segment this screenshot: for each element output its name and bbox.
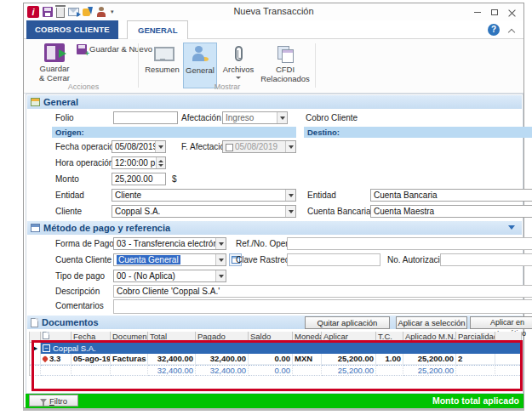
clave-rastreo-input[interactable]: [287, 253, 380, 266]
cell-total[interactable]: 32,400.00: [148, 354, 196, 365]
send-email-icon[interactable]: [68, 8, 79, 16]
col-fecha[interactable]: Fecha: [72, 332, 111, 343]
cell-pagado[interactable]: 32,400.00: [196, 354, 249, 365]
status-bar: Filtro Monto total aplicado: [26, 394, 523, 408]
caret-down-icon[interactable]: [285, 141, 295, 152]
cell-saldo[interactable]: 0.00: [249, 354, 293, 365]
entidad-destino-select[interactable]: Cuenta Bancaria: [370, 189, 532, 202]
ribbon: Guardar & Cerrar Guardar & Nuevo Accione…: [24, 39, 523, 94]
close-button[interactable]: [503, 3, 520, 20]
qat-menu-caret-icon[interactable]: ▾: [111, 8, 114, 16]
minimize-button[interactable]: [469, 3, 486, 20]
origen-band: Origen:: [52, 127, 296, 138]
group-label-mostrar: Mostrar: [143, 82, 312, 91]
cliente-select[interactable]: Coppal S.A.: [112, 205, 296, 218]
col-pagado[interactable]: Pagado: [196, 332, 249, 343]
section-collapse-caret-icon[interactable]: [508, 225, 515, 230]
fecha-operacion-label: Fecha operación: [55, 140, 119, 153]
afectacion-select[interactable]: Ingreso: [222, 111, 288, 124]
folio-label: Folio: [55, 111, 74, 124]
descripcion-input[interactable]: Cobro Cliente 'Coppal S.A.': [113, 285, 532, 298]
col-aplicado-mn[interactable]: Aplicado M.N.: [403, 332, 456, 343]
help-button[interactable]: ?: [488, 24, 500, 36]
col-aplicar[interactable]: Aplicar: [322, 332, 376, 343]
ribbon-separator: [138, 43, 139, 88]
comentarios-textarea[interactable]: [113, 299, 532, 314]
ref-no-oper-input[interactable]: [287, 237, 532, 250]
forma-de-pago-select[interactable]: 03 - Transferencia electrónica d: [113, 237, 226, 250]
ref-no-oper-label: Ref./No. Oper.: [236, 237, 290, 250]
sum-pagado: 32,400.00: [196, 365, 249, 376]
resumen-label: Resumen: [145, 65, 180, 75]
cell-num: 3.3: [41, 354, 72, 365]
sum-aplicar: 25,200.00: [322, 365, 376, 376]
filtro-button[interactable]: Filtro: [29, 395, 78, 406]
caret-down-icon[interactable]: [277, 112, 287, 123]
caret-down-icon[interactable]: [285, 206, 295, 217]
applied-doc-icon: [42, 355, 49, 362]
cell-aplicar[interactable]: 25,200.00: [322, 354, 376, 365]
app-icon[interactable]: i: [27, 6, 39, 18]
save-icon[interactable]: [43, 7, 53, 17]
resumen-button[interactable]: Resumen: [143, 43, 181, 88]
stamp-icon[interactable]: [83, 7, 93, 17]
f-afectacion-select[interactable]: 05/08/2019: [222, 140, 296, 153]
caret-down-icon[interactable]: [285, 190, 295, 201]
col-parcialidad[interactable]: Parcialidad: [456, 332, 495, 343]
col-moneda[interactable]: Moneda: [293, 332, 322, 343]
fecha-operacion-select[interactable]: 05/08/2019: [112, 140, 166, 153]
cell-parcialidad[interactable]: 2: [456, 354, 495, 365]
group-row[interactable]: ▶ − Coppal S.A.: [29, 343, 522, 354]
cell-moneda[interactable]: MXN: [293, 354, 322, 365]
col-tc[interactable]: T.C.: [376, 332, 403, 343]
caret-down-icon[interactable]: [155, 141, 165, 152]
caret-down-icon[interactable]: [215, 270, 226, 281]
cuenta-cliente-select[interactable]: Cuenta General: [113, 253, 226, 266]
table-header-row: Fecha Documento Total Pagado Saldo Moned…: [29, 332, 522, 343]
entidad-origen-select[interactable]: Cliente: [112, 189, 296, 202]
cobro-cliente-label: Cobro Cliente: [306, 111, 358, 124]
aplicar-automatico-button[interactable]: Aplicar en automático: [470, 316, 532, 329]
col-total[interactable]: Total: [148, 332, 196, 343]
afectacion-label: Afectación: [181, 111, 221, 124]
maximize-button[interactable]: [486, 3, 503, 20]
tipo-de-pago-select[interactable]: 00 - (No Aplica): [113, 270, 226, 282]
delete-icon[interactable]: [56, 8, 65, 18]
collapse-group-icon[interactable]: −: [43, 344, 50, 352]
col-documento[interactable]: Documento: [111, 332, 148, 343]
no-autorizacion-input[interactable]: [440, 253, 532, 266]
monto-input[interactable]: 25,200.00: [112, 173, 166, 185]
cell-documento[interactable]: Facturas ...: [111, 354, 148, 365]
cfdi-label-1: CFDI: [276, 65, 295, 75]
table-row[interactable]: 3.3 05-ago-19 Facturas ... 32,400.00 32,…: [29, 354, 522, 365]
cell-tc[interactable]: 1.00: [376, 354, 403, 365]
f-afectacion-checkbox[interactable]: [226, 144, 233, 151]
caret-down-icon[interactable]: [215, 238, 226, 249]
guardar-cerrar-label-2: & Cerrar: [39, 74, 70, 83]
col-saldo[interactable]: Saldo: [249, 332, 293, 343]
cell-aplicado-mn[interactable]: 25,200.00: [403, 354, 456, 365]
status-text: Monto total aplicado: [432, 394, 519, 408]
contacts-icon[interactable]: [96, 7, 107, 17]
row-selector-cell[interactable]: [30, 354, 41, 365]
section-header-general[interactable]: General: [27, 95, 522, 109]
row-selector-cell[interactable]: ▶: [30, 343, 41, 354]
general-button[interactable]: General: [183, 43, 217, 88]
tab-cobros-cliente[interactable]: COBROS CLIENTE: [26, 20, 118, 39]
hora-operacion-spinner[interactable]: 12:00:00 p.: [112, 156, 166, 169]
cfdi-relacionados-button[interactable]: CFDI Relacionados: [259, 43, 312, 88]
quitar-aplicacion-button[interactable]: Quitar aplicación: [305, 316, 390, 329]
cell-fecha[interactable]: 05-ago-19: [72, 354, 111, 365]
collapse-ribbon-button[interactable]: [506, 26, 517, 36]
guardar-cerrar-button[interactable]: Guardar & Cerrar: [34, 42, 75, 88]
archivos-caret-icon: [236, 77, 241, 79]
archivos-button[interactable]: Archivos: [220, 43, 257, 88]
cuenta-bancaria-select[interactable]: Cuenta Maestra: [370, 205, 532, 218]
guardar-nuevo-button[interactable]: Guardar & Nuevo: [77, 43, 152, 55]
section-header-metodo-pago[interactable]: Método de pago y referencia: [27, 221, 522, 235]
tab-general[interactable]: GENERAL: [127, 20, 188, 39]
caret-down-icon[interactable]: [215, 254, 226, 265]
folio-input[interactable]: [113, 111, 178, 124]
spinner-arrows-icon[interactable]: [156, 157, 165, 168]
aplicar-seleccion-button[interactable]: Aplicar a selección: [396, 316, 467, 329]
